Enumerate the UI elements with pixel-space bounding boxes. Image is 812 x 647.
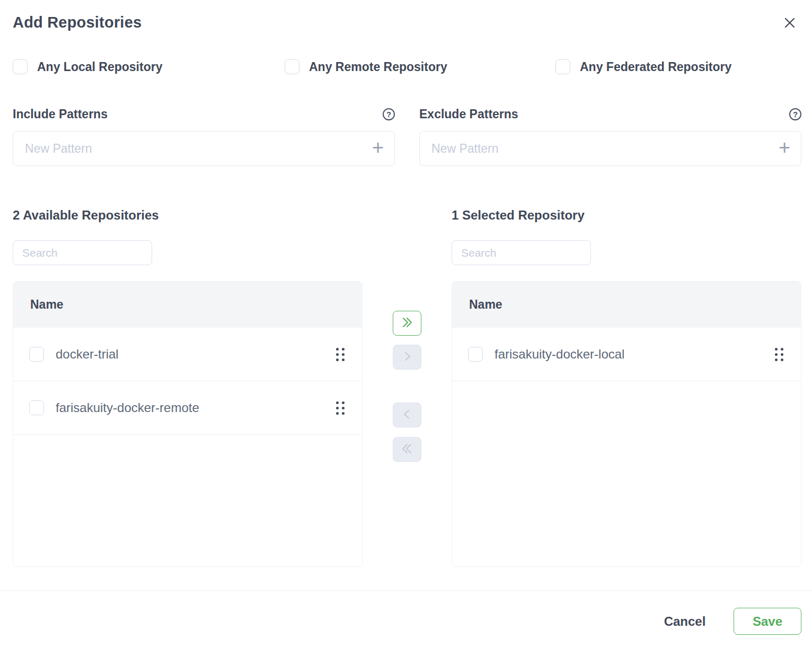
move-all-left-button[interactable]	[393, 437, 421, 462]
move-right-button[interactable]	[393, 345, 421, 370]
available-table-header: Name	[13, 282, 362, 328]
row-checkbox[interactable]	[29, 400, 44, 415]
exclude-patterns-header: Exclude Patterns ?	[419, 107, 801, 121]
drag-handle-icon[interactable]	[775, 348, 783, 361]
available-repositories-table: Name docker-trial farisakuity-docker-rem…	[13, 281, 363, 567]
available-repositories-heading: 2 Available Repositories	[13, 208, 159, 223]
row-checkbox[interactable]	[29, 347, 44, 362]
drag-handle-icon[interactable]	[336, 401, 345, 415]
repository-name: farisakuity-docker-local	[495, 347, 775, 362]
chevron-right-icon	[401, 350, 413, 364]
include-pattern-field: +	[13, 131, 395, 166]
plus-icon: +	[372, 136, 384, 159]
close-button[interactable]	[780, 14, 799, 33]
exclude-patterns-help-icon[interactable]: ?	[789, 108, 801, 120]
exclude-pattern-input[interactable]	[420, 142, 768, 156]
move-all-right-button[interactable]	[393, 311, 421, 336]
drag-handle-icon[interactable]	[336, 348, 345, 361]
close-icon	[782, 15, 798, 32]
any-remote-repository-checkbox[interactable]	[285, 59, 299, 74]
plus-icon: +	[779, 136, 790, 159]
include-patterns-header: Include Patterns ?	[13, 107, 395, 121]
double-chevron-left-icon	[400, 442, 414, 457]
cancel-button[interactable]: Cancel	[653, 608, 717, 635]
exclude-pattern-field: +	[419, 131, 801, 166]
include-patterns-help-icon[interactable]: ?	[383, 108, 395, 120]
any-remote-repository-label: Any Remote Repository	[309, 60, 447, 74]
selected-table-header: Name	[452, 282, 801, 328]
include-pattern-add-button[interactable]: +	[361, 132, 394, 165]
exclude-pattern-add-button[interactable]: +	[768, 132, 801, 165]
add-repositories-dialog: Add Repositories Any Local Repository An…	[0, 0, 812, 647]
selected-search-input[interactable]	[452, 240, 591, 265]
available-search-input[interactable]	[13, 240, 152, 265]
dialog-title: Add Repositories	[13, 14, 142, 31]
row-checkbox[interactable]	[468, 347, 483, 362]
any-remote-repository-option: Any Remote Repository	[285, 59, 447, 74]
table-row[interactable]: farisakuity-docker-remote	[13, 381, 362, 435]
any-local-repository-label: Any Local Repository	[37, 60, 162, 74]
table-row[interactable]: farisakuity-docker-local	[452, 328, 801, 381]
chevron-left-icon	[401, 408, 413, 422]
table-row[interactable]: docker-trial	[13, 328, 362, 381]
selected-repositories-table: Name farisakuity-docker-local	[452, 281, 801, 567]
move-left-button[interactable]	[393, 403, 421, 427]
repository-name: docker-trial	[56, 347, 336, 362]
include-patterns-label: Include Patterns	[13, 107, 108, 121]
save-button[interactable]: Save	[734, 608, 801, 635]
any-federated-repository-option: Any Federated Repository	[555, 59, 731, 74]
repository-name: farisakuity-docker-remote	[56, 400, 336, 415]
any-federated-repository-checkbox[interactable]	[555, 59, 570, 74]
include-pattern-input[interactable]	[13, 142, 361, 156]
footer-divider	[0, 590, 812, 591]
exclude-patterns-label: Exclude Patterns	[419, 107, 518, 121]
any-local-repository-option: Any Local Repository	[13, 59, 162, 74]
any-local-repository-checkbox[interactable]	[13, 59, 28, 74]
any-federated-repository-label: Any Federated Repository	[580, 60, 731, 74]
selected-repositories-heading: 1 Selected Repository	[452, 208, 585, 223]
double-chevron-right-icon	[400, 316, 414, 330]
